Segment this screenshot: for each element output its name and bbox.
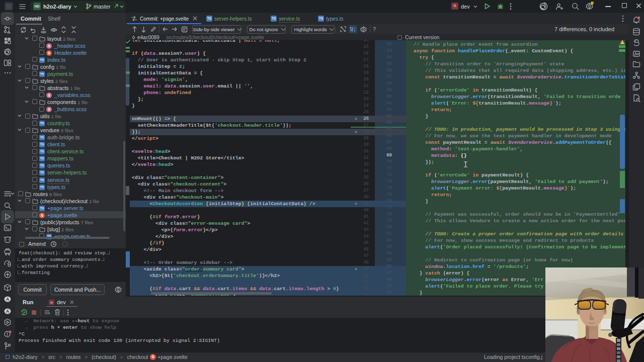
svg-text:A: A	[6, 309, 9, 314]
svg-text:A: A	[6, 297, 9, 302]
svg-text:2: 2	[354, 29, 355, 32]
